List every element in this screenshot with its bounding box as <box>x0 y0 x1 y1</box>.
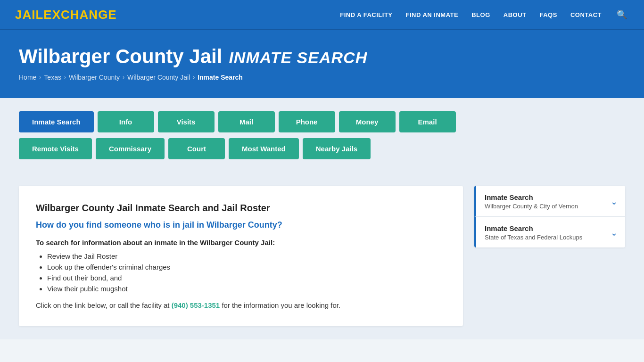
breadcrumb-link[interactable]: Texas <box>44 74 61 81</box>
list-item: View their public mugshot <box>47 285 446 293</box>
breadcrumb-chevron: › <box>39 74 41 81</box>
site-logo[interactable]: JAILEXCHANGE <box>15 8 117 22</box>
breadcrumb-link[interactable]: Wilbarger County Jail <box>127 74 190 81</box>
sidebar-item-text: Inmate Search State of Texas and Federal… <box>485 224 606 241</box>
hero-title-italic: INMATE SEARCH <box>229 49 367 67</box>
bold-paragraph: To search for information about an inmat… <box>36 239 446 247</box>
tabs-row-2: Remote VisitsCommissaryCourtMost WantedN… <box>19 138 371 159</box>
search-icon[interactable]: 🔍 <box>615 8 629 22</box>
nav-item-contact[interactable]: CONTACT <box>570 11 602 18</box>
sidebar-item-title: Inmate Search <box>485 193 606 201</box>
tab-email[interactable]: Email <box>399 111 456 132</box>
sidebar-item-subtitle: Wilbarger County & City of Vernon <box>485 203 606 210</box>
chevron-down-icon: ⌄ <box>611 228 618 238</box>
tab-mail[interactable]: Mail <box>218 111 275 132</box>
tabs-section: Inmate SearchInfoVisitsMailPhoneMoneyEma… <box>0 98 644 173</box>
logo-exchange: EXCHANGE <box>43 8 116 22</box>
tab-most-wanted[interactable]: Most Wanted <box>229 138 299 159</box>
breadcrumb-current: Inmate Search <box>198 74 243 81</box>
sidebar-item[interactable]: Inmate Search State of Texas and Federal… <box>474 217 625 247</box>
tab-inmate-search[interactable]: Inmate Search <box>19 111 94 132</box>
nav-item-faqs[interactable]: FAQs <box>540 11 557 18</box>
bullet-list: Review the Jail RosterLook up the offend… <box>47 252 446 293</box>
bottom-para-suffix: for the information you are looking for. <box>220 301 340 309</box>
tabs-row-1: Inmate SearchInfoVisitsMailPhoneMoneyEma… <box>19 111 456 132</box>
hero-title-main: Wilbarger County Jail <box>19 45 222 68</box>
breadcrumb-chevron: › <box>64 74 66 81</box>
nav-item-blog[interactable]: BLOG <box>471 11 490 18</box>
tab-remote-visits[interactable]: Remote Visits <box>19 138 92 159</box>
tab-court[interactable]: Court <box>168 138 225 159</box>
logo-jail: JAIL <box>15 8 43 22</box>
bottom-para-prefix: Click on the link below, or call the fac… <box>36 301 172 309</box>
content-card: Wilbarger County Jail Inmate Search and … <box>19 186 463 326</box>
sidebar-item-text: Inmate Search Wilbarger County & City of… <box>485 193 606 210</box>
blue-question: How do you find someone who is in jail i… <box>36 220 446 230</box>
nav-item-find-a-facility[interactable]: FIND A FACILITY <box>340 11 392 18</box>
hero-title: Wilbarger County Jail INMATE SEARCH <box>19 45 625 68</box>
content-heading: Wilbarger County Jail Inmate Search and … <box>36 203 446 214</box>
list-item: Find out their bond, and <box>47 274 446 282</box>
phone-link[interactable]: (940) 553-1351 <box>172 301 220 309</box>
hero-banner: Wilbarger County Jail INMATE SEARCH Home… <box>0 30 644 98</box>
breadcrumb: Home›Texas›Wilbarger County›Wilbarger Co… <box>19 74 625 81</box>
tab-visits[interactable]: Visits <box>158 111 215 132</box>
nav-item-about[interactable]: ABOUT <box>504 11 527 18</box>
sidebar-item-subtitle: State of Texas and Federal Lockups <box>485 234 606 241</box>
sidebar-item[interactable]: Inmate Search Wilbarger County & City of… <box>474 186 625 217</box>
main-nav: FIND A FACILITYFIND AN INMATEBLOGABOUTFA… <box>340 8 629 22</box>
main-area: Wilbarger County Jail Inmate Search and … <box>0 173 644 339</box>
sidebar-card: Inmate Search Wilbarger County & City of… <box>474 186 625 247</box>
bottom-paragraph: Click on the link below, or call the fac… <box>36 301 446 309</box>
nav-item-find-an-inmate[interactable]: FIND AN INMATE <box>406 11 459 18</box>
list-item: Look up the offender's criminal charges <box>47 263 446 271</box>
breadcrumb-link[interactable]: Home <box>19 74 36 81</box>
tab-money[interactable]: Money <box>339 111 396 132</box>
tab-nearby-jails[interactable]: Nearby Jails <box>303 138 371 159</box>
chevron-down-icon: ⌄ <box>611 197 618 207</box>
site-header: JAILEXCHANGE FIND A FACILITYFIND AN INMA… <box>0 0 644 30</box>
tab-info[interactable]: Info <box>98 111 154 132</box>
sidebar-item-title: Inmate Search <box>485 224 606 232</box>
tab-phone[interactable]: Phone <box>279 111 335 132</box>
breadcrumb-chevron: › <box>193 74 195 81</box>
tab-commissary[interactable]: Commissary <box>96 138 165 159</box>
list-item: Review the Jail Roster <box>47 252 446 260</box>
breadcrumb-link[interactable]: Wilbarger County <box>69 74 120 81</box>
breadcrumb-chevron: › <box>123 74 124 81</box>
